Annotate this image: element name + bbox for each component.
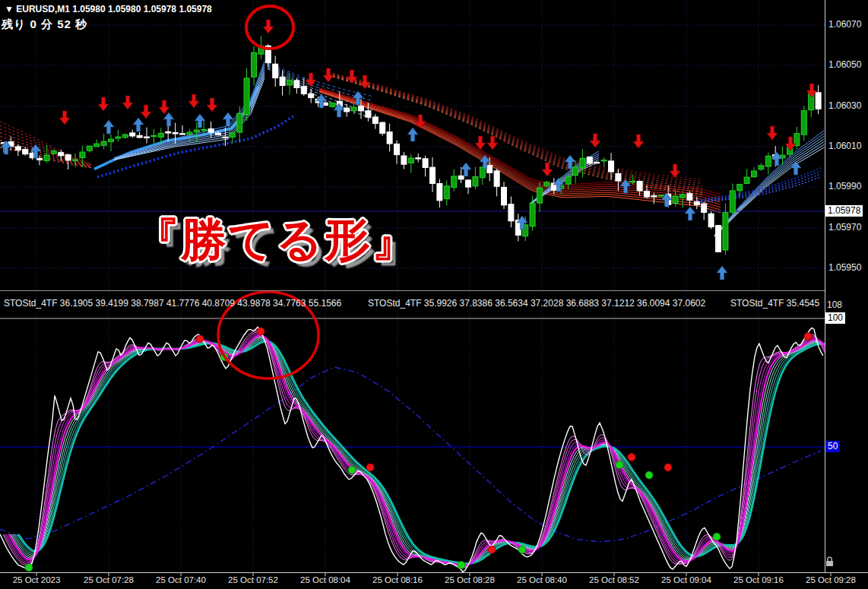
ribbon-decline-dashed-red — [328, 76, 702, 195]
sell-dot — [366, 464, 374, 471]
bear-candle — [144, 137, 150, 138]
bull-candle — [408, 158, 413, 163]
bear-candle — [716, 226, 721, 252]
sell-arrow-icon — [323, 68, 334, 82]
bear-candle — [166, 131, 171, 133]
bull-candle — [580, 158, 585, 167]
buy-dot — [616, 461, 623, 469]
bull-candle — [658, 195, 664, 196]
bear-candle — [502, 187, 507, 204]
headline-annotation: 『勝てる形』 — [134, 216, 419, 264]
sell-arrow-icon — [590, 134, 600, 147]
bull-candle — [109, 139, 114, 141]
bear-candle — [430, 167, 436, 183]
bear-candle — [380, 122, 385, 133]
bear-candle — [359, 106, 364, 111]
bear-candle — [15, 147, 21, 150]
bull-candle — [252, 52, 257, 77]
stochastic-fan-line — [5, 332, 828, 567]
time-axis-label: 25 Oct 09:04 — [650, 575, 723, 584]
price-axis-label: 1.06030 — [828, 100, 861, 111]
bear-candle — [372, 117, 378, 124]
time-axis-label: 25 Oct 09:28 — [794, 575, 867, 584]
price-axis-label: 1.05950 — [828, 262, 861, 273]
dropdown-icon[interactable]: ▼ — [5, 4, 14, 14]
buy-dot — [645, 471, 653, 479]
bear-candle — [816, 93, 821, 109]
price-axis-label: 1.06050 — [828, 59, 861, 70]
indicator-level-badge: 50 — [825, 441, 840, 452]
sell-arrow-icon — [633, 135, 644, 148]
bull-candle — [723, 213, 728, 250]
time-axis-label: 25 Oct 07:40 — [144, 575, 217, 584]
buy-arrow-icon — [133, 118, 144, 131]
bear-candle — [130, 133, 135, 136]
bear-candle — [309, 93, 314, 97]
bull-candle — [351, 107, 356, 111]
buy-dot — [518, 546, 526, 553]
bear-candle — [594, 163, 600, 163]
bull-candle — [730, 191, 735, 212]
sell-dot — [257, 328, 265, 335]
bull-candle — [201, 129, 207, 130]
bull-candle — [451, 176, 457, 188]
bear-candle — [651, 196, 657, 197]
bull-candle — [801, 111, 806, 135]
indicator-header-2: STOStd_4TF 35.9926 37.8386 36.5634 37.20… — [368, 298, 705, 309]
time-axis-label: 25 Oct 07:52 — [217, 575, 290, 584]
bear-candle — [294, 81, 299, 87]
sell-arrow-icon — [487, 136, 498, 150]
bear-candle — [587, 157, 592, 163]
buy-dot — [713, 533, 721, 540]
time-axis-label: 25 Oct 08:40 — [505, 575, 578, 584]
candle-countdown-timer: 残り 0 分 52 秒 — [2, 17, 87, 32]
bear-candle — [616, 173, 621, 181]
stochastic-fan-line — [6, 334, 829, 566]
time-axis-label: 25 Oct 07:28 — [72, 575, 145, 584]
sell-arrow-icon — [122, 96, 133, 109]
buy-dot — [458, 561, 465, 568]
sell-dot — [196, 335, 204, 343]
stochastic-fan-line — [11, 337, 834, 565]
ribbon-right-fan-blue — [714, 139, 824, 236]
bear-candle — [180, 134, 185, 135]
bear-candle — [23, 149, 28, 154]
bear-candle — [208, 129, 214, 133]
bull-candle — [194, 130, 199, 132]
sell-arrow-icon — [207, 98, 217, 112]
sell-dot — [664, 464, 672, 471]
time-axis-label: 25 Oct 2023 — [0, 575, 73, 584]
buy-arrow-icon — [771, 152, 782, 166]
buy-dot — [25, 564, 33, 572]
symbol-ohlc-text: EURUSD,M1 1.05980 1.05980 1.05978 1.0597… — [16, 4, 212, 14]
bull-candle — [737, 185, 743, 191]
bull-candle — [601, 160, 607, 161]
bull-candle — [51, 151, 56, 154]
price-axis-label: 1.05970 — [828, 222, 861, 233]
chart-canvas[interactable] — [0, 0, 868, 589]
sell-dot — [488, 546, 496, 553]
bear-candle — [609, 161, 614, 172]
sell-arrow-icon — [670, 164, 680, 178]
indicator-header-3: STOStd_4TF 35.4545 — [730, 298, 819, 309]
bear-candle — [708, 214, 714, 226]
bull-candle — [73, 160, 78, 160]
stochastic-fan-line — [9, 336, 832, 565]
bear-candle — [702, 204, 707, 212]
stochastic-fan-line — [15, 340, 838, 564]
buy-arrow-icon — [685, 207, 695, 220]
bull-candle — [444, 186, 449, 199]
bear-candle — [216, 133, 221, 135]
bear-candle — [37, 158, 43, 160]
bear-candle — [173, 132, 178, 134]
indicator-pane[interactable] — [0, 291, 841, 572]
stochastic-fan-line — [3, 331, 826, 568]
bear-candle — [487, 166, 493, 173]
bull-candle — [473, 176, 478, 185]
bull-candle — [44, 155, 49, 160]
stochastic-fan-line — [14, 339, 837, 565]
bear-candle — [416, 158, 421, 159]
sell-arrow-icon — [59, 111, 70, 125]
buy-arrow-icon — [103, 120, 114, 134]
bear-candle — [366, 111, 371, 118]
